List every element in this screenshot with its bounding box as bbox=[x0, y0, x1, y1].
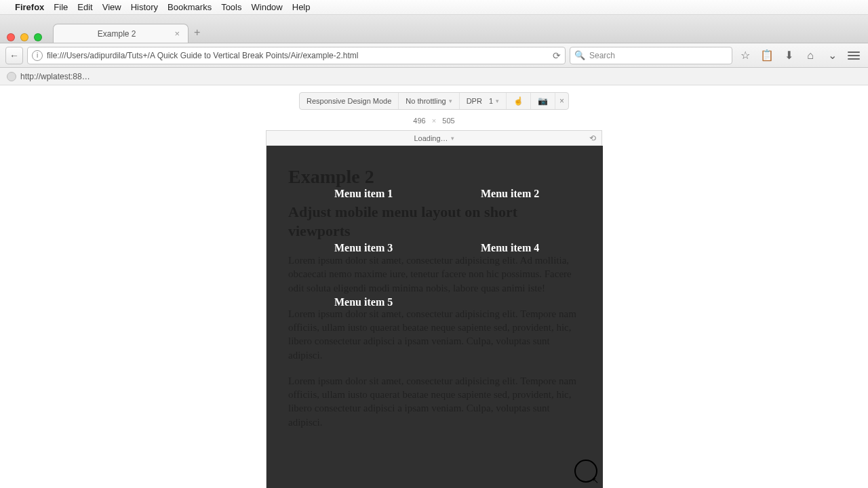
camera-icon: 📷 bbox=[538, 96, 548, 106]
site-info-icon[interactable]: i bbox=[32, 50, 43, 61]
search-placeholder: Search bbox=[589, 51, 615, 60]
globe-icon bbox=[7, 72, 16, 81]
rdm-dpr-value: 1 bbox=[489, 97, 493, 105]
browser-tab[interactable]: Example 2 × bbox=[53, 24, 189, 43]
rdm-viewport: Example 2 Adjust mobile menu layout on s… bbox=[267, 146, 603, 488]
tab-title: Example 2 bbox=[66, 29, 167, 39]
window-minimize-button[interactable] bbox=[20, 33, 28, 41]
menubar-app[interactable]: Firefox bbox=[15, 2, 44, 12]
tab-close-icon[interactable]: × bbox=[174, 28, 180, 39]
browser-window: Example 2 × + ← i file:///Users/adipurdi… bbox=[0, 15, 868, 488]
content-area: Responsive Design Mode No throttling ▾ D… bbox=[0, 85, 868, 488]
menu-tools[interactable]: Tools bbox=[221, 2, 241, 12]
rdm-height: 505 bbox=[442, 117, 454, 125]
rdm-device-select[interactable]: Loading… ▾ ⟲ bbox=[267, 131, 601, 146]
bookmarks-bar: http://wplatest:88… bbox=[0, 68, 868, 85]
rdm-dimensions[interactable]: 496 × 505 bbox=[413, 117, 454, 125]
menu-window[interactable]: Window bbox=[252, 2, 283, 12]
menu-history[interactable]: History bbox=[131, 2, 158, 12]
back-button[interactable]: ← bbox=[5, 47, 23, 64]
mobile-menu: Menu item 1 Menu item 2 Menu item 3 Menu… bbox=[267, 146, 603, 488]
rdm-frame: Loading… ▾ ⟲ Example 2 Adjust mobile men… bbox=[266, 130, 602, 488]
rotate-icon[interactable]: ⟲ bbox=[589, 134, 596, 143]
menu-item-1[interactable]: Menu item 1 bbox=[334, 188, 393, 200]
pocket-icon[interactable]: ⌄ bbox=[823, 49, 841, 62]
rdm-throttling-value: No throttling bbox=[406, 97, 446, 105]
url-text: file:///Users/adipurdila/Tuts+/A Quick G… bbox=[47, 51, 549, 60]
hamburger-icon bbox=[848, 52, 860, 60]
touch-icon: ☝ bbox=[513, 96, 524, 106]
rdm-dpr-select[interactable]: DPR 1 ▾ bbox=[460, 93, 507, 109]
clipboard-icon[interactable]: 📋 bbox=[758, 49, 776, 62]
rdm-touch-toggle[interactable]: ☝ bbox=[507, 93, 531, 109]
new-tab-button[interactable]: + bbox=[194, 26, 200, 43]
tabstrip: Example 2 × + bbox=[53, 15, 200, 43]
downloads-icon[interactable]: ⬇ bbox=[780, 49, 797, 62]
reload-icon[interactable]: ⟳ bbox=[553, 50, 561, 61]
rdm-toolbar: Responsive Design Mode No throttling ▾ D… bbox=[299, 92, 569, 110]
search-box[interactable]: 🔍 Search bbox=[570, 47, 732, 64]
search-icon: 🔍 bbox=[574, 50, 585, 60]
titlebar: Example 2 × + bbox=[0, 15, 868, 43]
traffic-lights bbox=[7, 33, 42, 41]
address-bar[interactable]: i file:///Users/adipurdila/Tuts+/A Quick… bbox=[27, 47, 566, 64]
menu-item-4[interactable]: Menu item 4 bbox=[481, 242, 539, 254]
window-zoom-button[interactable] bbox=[34, 33, 42, 41]
rdm-close-button[interactable]: × bbox=[555, 96, 568, 106]
window-close-button[interactable] bbox=[7, 33, 15, 41]
mac-menubar: Firefox File Edit View History Bookmarks… bbox=[0, 0, 868, 15]
bookmark-item[interactable]: http://wplatest:88… bbox=[20, 72, 90, 81]
menu-bookmarks[interactable]: Bookmarks bbox=[167, 2, 212, 12]
menu-view[interactable]: View bbox=[102, 2, 121, 12]
menu-item-2[interactable]: Menu item 2 bbox=[481, 188, 539, 200]
rdm-label: Responsive Design Mode bbox=[300, 93, 399, 109]
rdm-width: 496 bbox=[413, 117, 425, 125]
menu-item-5[interactable]: Menu item 5 bbox=[334, 296, 393, 308]
times-icon: × bbox=[432, 117, 436, 125]
menu-edit[interactable]: Edit bbox=[77, 2, 92, 12]
chevron-down-icon: ▾ bbox=[496, 98, 499, 104]
cursor-arrow-icon: ↖ bbox=[592, 476, 599, 485]
menu-help[interactable]: Help bbox=[292, 2, 311, 12]
chevron-down-icon: ▾ bbox=[451, 135, 454, 142]
rdm-dpr-label: DPR bbox=[467, 97, 482, 105]
menu-button[interactable] bbox=[845, 52, 863, 60]
rdm-device-label: Loading… bbox=[414, 134, 448, 142]
home-icon[interactable]: ⌂ bbox=[802, 49, 819, 62]
menu-item-3[interactable]: Menu item 3 bbox=[334, 242, 393, 254]
rdm-screenshot-button[interactable]: 📷 bbox=[531, 93, 555, 109]
rdm-throttling-select[interactable]: No throttling ▾ bbox=[399, 93, 459, 109]
chevron-down-icon: ▾ bbox=[449, 98, 452, 104]
bookmark-star-icon[interactable]: ☆ bbox=[736, 49, 754, 62]
toolbar: ← i file:///Users/adipurdila/Tuts+/A Qui… bbox=[0, 43, 868, 68]
menu-file[interactable]: File bbox=[54, 2, 68, 12]
